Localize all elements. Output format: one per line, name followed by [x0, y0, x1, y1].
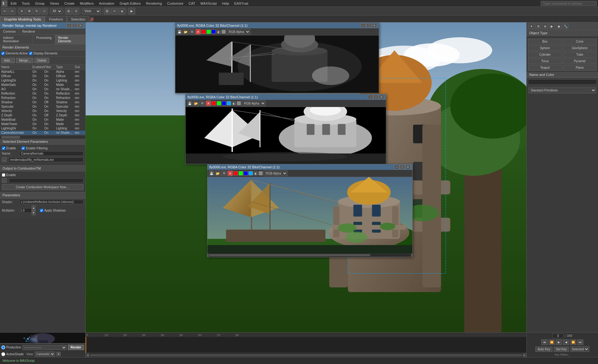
win3-clone-btn[interactable]: ⧉ [221, 170, 227, 176]
selected-dropdown[interactable]: Selected [570, 346, 589, 352]
rp-modify-btn[interactable]: ⚙ [535, 23, 541, 29]
combustion-enable-checkbox[interactable] [2, 173, 5, 177]
menu-graph-editors[interactable]: Graph Editors [117, 1, 143, 6]
move-btn[interactable]: ✙ [26, 8, 33, 15]
multiplier-down-btn[interactable]: ▼ [32, 210, 36, 215]
tab-selection[interactable]: Selection [67, 16, 89, 22]
win2-close-x-btn[interactable]: ✕ [206, 100, 211, 106]
production-mode-radio[interactable]: Production [1, 345, 21, 349]
table-row[interactable]: Reflection On On Reflection ren [0, 91, 85, 96]
win1-color-b[interactable] [211, 30, 216, 34]
object-type-header[interactable]: Object Type [527, 30, 598, 36]
win2-close-btn[interactable]: ✕ [379, 95, 384, 99]
win1-color-swatch[interactable] [221, 30, 226, 34]
scrollbar-thumb[interactable] [1, 136, 20, 138]
table-row[interactable]: MatteSails On On Matte ren [0, 83, 85, 87]
menu-easynat[interactable]: EASYnat [232, 1, 251, 6]
obj-plane-btn[interactable]: Plane [563, 65, 597, 71]
rp-motion-btn[interactable]: ▶ [549, 23, 555, 29]
table-row[interactable]: LightingDir On On Lighting ren [0, 126, 85, 131]
tab-indirect-illumination[interactable]: Indirect Illumination [0, 35, 33, 44]
create-combustion-btn[interactable]: Create Combustion Workspace Now ... [2, 184, 83, 190]
win3-scrollbar-h[interactable] [207, 254, 412, 257]
win2-color-b[interactable] [222, 101, 226, 105]
activeshade-mode-radio2[interactable]: ActiveShade [1, 352, 24, 356]
obj-cylinder-btn[interactable]: Cylinder [528, 52, 562, 58]
elements-active-checkbox[interactable] [1, 52, 5, 55]
delete-element-btn[interactable]: Delete [35, 58, 49, 63]
element-enable-check[interactable]: Enable [2, 147, 16, 150]
win2-open-btn[interactable]: 📂 [193, 100, 199, 106]
win1-close-btn[interactable]: ✕ [372, 23, 377, 28]
selected-params-header[interactable]: Selected Element Parameters [0, 139, 85, 145]
win1-mono-btn[interactable]: ◐ [216, 30, 221, 34]
undo-btn[interactable]: ↩ [1, 8, 8, 15]
render-elements-header[interactable]: Render Elements [0, 44, 85, 50]
scroll-right-btn[interactable]: ▶ [523, 353, 526, 357]
play-btn[interactable]: ▶ [556, 339, 562, 345]
goto-end-btn[interactable]: ⏭ [577, 339, 583, 345]
win3-color-b[interactable] [244, 171, 248, 175]
display-elements-checkbox[interactable] [29, 52, 32, 55]
activeshade-radio2[interactable] [1, 352, 5, 356]
render-window-3-title[interactable]: fly0000.exr, RGBA Color 32 Bits/Channel … [207, 164, 412, 170]
current-frame-input[interactable] [553, 334, 563, 338]
tab-processing[interactable]: Processing [33, 35, 55, 44]
output-path-input[interactable] [9, 157, 83, 162]
primitives-dropdown[interactable]: Standard Primitives [529, 87, 596, 93]
enable-filtering-check[interactable]: Enable Filtering [21, 147, 47, 150]
apply-shadows-check[interactable]: Apply Shadows [40, 209, 66, 212]
win3-restore-btn[interactable]: □ [400, 165, 405, 169]
goto-start-btn[interactable]: ⏮ [541, 339, 548, 345]
win2-clone-btn[interactable]: ⧉ [199, 100, 205, 106]
win1-save-btn[interactable]: 💾 [177, 29, 182, 35]
rotate-btn[interactable]: ↻ [33, 8, 40, 15]
play-reverse-btn[interactable]: ◀ [563, 339, 569, 345]
unlink-btn[interactable]: ✂ [111, 8, 118, 15]
render-btn[interactable]: ▶ [128, 8, 135, 15]
tab-freeform[interactable]: Freeform [45, 16, 67, 22]
menu-cat[interactable]: CAT [186, 1, 198, 6]
win1-minimize-btn[interactable]: ─ [361, 23, 366, 28]
win3-color-g[interactable] [239, 171, 243, 175]
menu-views[interactable]: Views [47, 1, 61, 6]
menu-tools[interactable]: Tools [19, 1, 32, 6]
angle-snap-btn[interactable]: ∢ [73, 8, 79, 15]
scroll-thumb[interactable] [90, 354, 522, 357]
menu-rendering[interactable]: Rendering [144, 1, 164, 6]
menu-customize[interactable]: Customize [165, 1, 186, 6]
snap-btn[interactable]: ⊞ [65, 8, 72, 15]
win1-clone-btn[interactable]: ⧉ [189, 29, 195, 35]
win3-channel-select[interactable]: RGB Alpha [263, 170, 287, 176]
win1-close-x-btn[interactable]: ✕ [195, 29, 201, 35]
parameters-section-header[interactable]: Parameters [0, 192, 85, 198]
obj-pyramid-btn[interactable]: Pyramid [563, 58, 597, 64]
add-element-btn[interactable]: Add... [1, 58, 15, 63]
menu-animation[interactable]: Animation [97, 1, 117, 6]
elements-scrollbar-h[interactable] [0, 135, 85, 139]
win2-channel-select[interactable]: RGB Alpha [242, 100, 266, 106]
table-row[interactable]: MatteBoat On On Matte ren [0, 118, 85, 122]
scroll-track[interactable] [90, 354, 522, 357]
win1-color-g[interactable] [206, 30, 211, 34]
win3-color-r[interactable] [234, 171, 238, 175]
obj-sphere-btn[interactable]: Sphere [528, 45, 562, 51]
win3-minimize-btn[interactable]: ─ [394, 165, 399, 169]
autokey-btn[interactable]: Auto Key [535, 347, 553, 352]
display-elements-check[interactable]: Display Elements [29, 52, 57, 55]
element-enable-checkbox[interactable] [2, 147, 5, 150]
table-row[interactable]: Refraction On On Refraction ren [0, 96, 85, 100]
combustion-header[interactable]: Output to CombustionTM [0, 166, 85, 171]
win2-color-swatch[interactable] [237, 101, 241, 105]
combustion-path-btn[interactable]: ... [2, 178, 7, 183]
tab-common[interactable]: Common [0, 29, 19, 35]
table-row[interactable]: MatteTower On On Matte ren [0, 122, 85, 126]
tab-render-elements[interactable]: Render Elements [55, 35, 85, 44]
enable-filtering-checkbox[interactable] [21, 147, 25, 150]
obj-tube-btn[interactable]: Tube [563, 52, 597, 58]
obj-box-btn[interactable]: Box [528, 39, 562, 44]
redo-btn[interactable]: ↪ [9, 8, 16, 15]
combustion-enable-check[interactable]: Enable [2, 173, 16, 177]
panel-maximize-btn[interactable]: □ [72, 23, 77, 28]
rp-hierarchy-btn[interactable]: ⊕ [542, 23, 548, 29]
